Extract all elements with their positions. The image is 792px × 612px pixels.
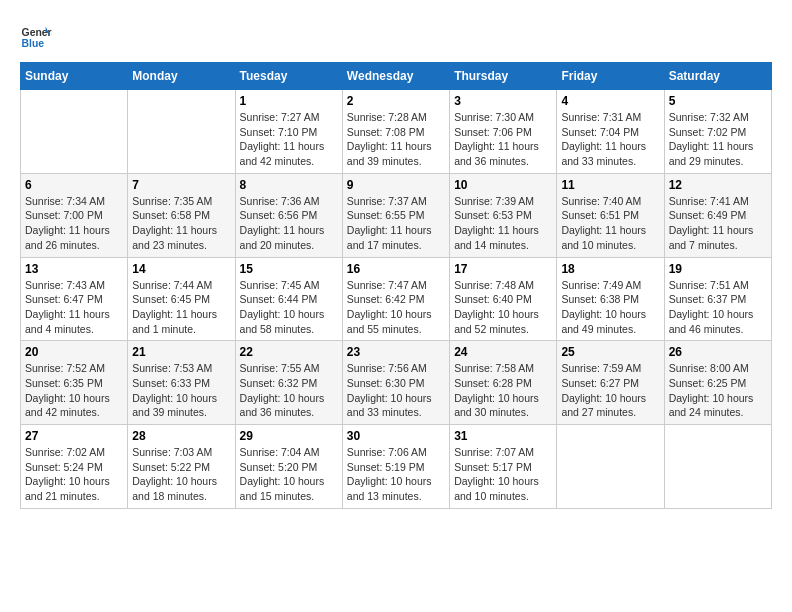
day-info: Sunrise: 7:41 AMSunset: 6:49 PMDaylight:… xyxy=(669,194,767,253)
day-info: Sunrise: 7:03 AMSunset: 5:22 PMDaylight:… xyxy=(132,445,230,504)
day-info: Sunrise: 7:06 AMSunset: 5:19 PMDaylight:… xyxy=(347,445,445,504)
day-number: 8 xyxy=(240,178,338,192)
calendar-day-cell xyxy=(128,90,235,174)
day-info: Sunrise: 7:32 AMSunset: 7:02 PMDaylight:… xyxy=(669,110,767,169)
day-info: Sunrise: 7:49 AMSunset: 6:38 PMDaylight:… xyxy=(561,278,659,337)
day-info: Sunrise: 7:39 AMSunset: 6:53 PMDaylight:… xyxy=(454,194,552,253)
calendar-day-cell: 6Sunrise: 7:34 AMSunset: 7:00 PMDaylight… xyxy=(21,173,128,257)
day-number: 16 xyxy=(347,262,445,276)
day-info: Sunrise: 7:51 AMSunset: 6:37 PMDaylight:… xyxy=(669,278,767,337)
column-header-sunday: Sunday xyxy=(21,63,128,90)
day-number: 12 xyxy=(669,178,767,192)
day-number: 11 xyxy=(561,178,659,192)
calendar-day-cell: 23Sunrise: 7:56 AMSunset: 6:30 PMDayligh… xyxy=(342,341,449,425)
calendar-table: SundayMondayTuesdayWednesdayThursdayFrid… xyxy=(20,62,772,509)
column-header-friday: Friday xyxy=(557,63,664,90)
day-number: 30 xyxy=(347,429,445,443)
calendar-day-cell xyxy=(21,90,128,174)
calendar-day-cell: 29Sunrise: 7:04 AMSunset: 5:20 PMDayligh… xyxy=(235,425,342,509)
day-number: 27 xyxy=(25,429,123,443)
day-number: 2 xyxy=(347,94,445,108)
calendar-day-cell: 30Sunrise: 7:06 AMSunset: 5:19 PMDayligh… xyxy=(342,425,449,509)
calendar-day-cell: 19Sunrise: 7:51 AMSunset: 6:37 PMDayligh… xyxy=(664,257,771,341)
calendar-day-cell: 14Sunrise: 7:44 AMSunset: 6:45 PMDayligh… xyxy=(128,257,235,341)
day-number: 29 xyxy=(240,429,338,443)
day-info: Sunrise: 7:31 AMSunset: 7:04 PMDaylight:… xyxy=(561,110,659,169)
day-info: Sunrise: 7:53 AMSunset: 6:33 PMDaylight:… xyxy=(132,361,230,420)
day-number: 18 xyxy=(561,262,659,276)
day-info: Sunrise: 7:04 AMSunset: 5:20 PMDaylight:… xyxy=(240,445,338,504)
day-number: 13 xyxy=(25,262,123,276)
day-info: Sunrise: 7:30 AMSunset: 7:06 PMDaylight:… xyxy=(454,110,552,169)
calendar-day-cell: 10Sunrise: 7:39 AMSunset: 6:53 PMDayligh… xyxy=(450,173,557,257)
day-number: 9 xyxy=(347,178,445,192)
calendar-day-cell: 17Sunrise: 7:48 AMSunset: 6:40 PMDayligh… xyxy=(450,257,557,341)
calendar-day-cell: 25Sunrise: 7:59 AMSunset: 6:27 PMDayligh… xyxy=(557,341,664,425)
day-info: Sunrise: 7:44 AMSunset: 6:45 PMDaylight:… xyxy=(132,278,230,337)
day-info: Sunrise: 7:56 AMSunset: 6:30 PMDaylight:… xyxy=(347,361,445,420)
calendar-day-cell: 13Sunrise: 7:43 AMSunset: 6:47 PMDayligh… xyxy=(21,257,128,341)
calendar-day-cell: 31Sunrise: 7:07 AMSunset: 5:17 PMDayligh… xyxy=(450,425,557,509)
column-header-thursday: Thursday xyxy=(450,63,557,90)
calendar-day-cell: 12Sunrise: 7:41 AMSunset: 6:49 PMDayligh… xyxy=(664,173,771,257)
day-number: 17 xyxy=(454,262,552,276)
calendar-day-cell: 4Sunrise: 7:31 AMSunset: 7:04 PMDaylight… xyxy=(557,90,664,174)
day-info: Sunrise: 8:00 AMSunset: 6:25 PMDaylight:… xyxy=(669,361,767,420)
day-number: 21 xyxy=(132,345,230,359)
calendar-day-cell: 21Sunrise: 7:53 AMSunset: 6:33 PMDayligh… xyxy=(128,341,235,425)
calendar-day-cell: 22Sunrise: 7:55 AMSunset: 6:32 PMDayligh… xyxy=(235,341,342,425)
calendar-day-cell: 3Sunrise: 7:30 AMSunset: 7:06 PMDaylight… xyxy=(450,90,557,174)
calendar-day-cell: 24Sunrise: 7:58 AMSunset: 6:28 PMDayligh… xyxy=(450,341,557,425)
calendar-day-cell: 8Sunrise: 7:36 AMSunset: 6:56 PMDaylight… xyxy=(235,173,342,257)
calendar-day-cell xyxy=(557,425,664,509)
day-number: 23 xyxy=(347,345,445,359)
calendar-day-cell: 11Sunrise: 7:40 AMSunset: 6:51 PMDayligh… xyxy=(557,173,664,257)
day-info: Sunrise: 7:02 AMSunset: 5:24 PMDaylight:… xyxy=(25,445,123,504)
day-number: 20 xyxy=(25,345,123,359)
day-number: 28 xyxy=(132,429,230,443)
calendar-day-cell: 7Sunrise: 7:35 AMSunset: 6:58 PMDaylight… xyxy=(128,173,235,257)
calendar-day-cell xyxy=(664,425,771,509)
logo: General Blue xyxy=(20,20,56,52)
day-number: 7 xyxy=(132,178,230,192)
column-header-wednesday: Wednesday xyxy=(342,63,449,90)
calendar-day-cell: 18Sunrise: 7:49 AMSunset: 6:38 PMDayligh… xyxy=(557,257,664,341)
column-header-tuesday: Tuesday xyxy=(235,63,342,90)
svg-text:Blue: Blue xyxy=(22,38,45,49)
calendar-day-cell: 9Sunrise: 7:37 AMSunset: 6:55 PMDaylight… xyxy=(342,173,449,257)
calendar-week-3: 13Sunrise: 7:43 AMSunset: 6:47 PMDayligh… xyxy=(21,257,772,341)
calendar-day-cell: 15Sunrise: 7:45 AMSunset: 6:44 PMDayligh… xyxy=(235,257,342,341)
day-number: 25 xyxy=(561,345,659,359)
day-info: Sunrise: 7:52 AMSunset: 6:35 PMDaylight:… xyxy=(25,361,123,420)
day-number: 19 xyxy=(669,262,767,276)
day-number: 24 xyxy=(454,345,552,359)
calendar-header-row: SundayMondayTuesdayWednesdayThursdayFrid… xyxy=(21,63,772,90)
page-header: General Blue xyxy=(20,20,772,52)
day-number: 1 xyxy=(240,94,338,108)
day-number: 22 xyxy=(240,345,338,359)
day-info: Sunrise: 7:37 AMSunset: 6:55 PMDaylight:… xyxy=(347,194,445,253)
column-header-saturday: Saturday xyxy=(664,63,771,90)
day-info: Sunrise: 7:45 AMSunset: 6:44 PMDaylight:… xyxy=(240,278,338,337)
day-number: 4 xyxy=(561,94,659,108)
day-info: Sunrise: 7:48 AMSunset: 6:40 PMDaylight:… xyxy=(454,278,552,337)
day-info: Sunrise: 7:43 AMSunset: 6:47 PMDaylight:… xyxy=(25,278,123,337)
calendar-day-cell: 1Sunrise: 7:27 AMSunset: 7:10 PMDaylight… xyxy=(235,90,342,174)
calendar-week-4: 20Sunrise: 7:52 AMSunset: 6:35 PMDayligh… xyxy=(21,341,772,425)
day-info: Sunrise: 7:35 AMSunset: 6:58 PMDaylight:… xyxy=(132,194,230,253)
calendar-week-2: 6Sunrise: 7:34 AMSunset: 7:00 PMDaylight… xyxy=(21,173,772,257)
day-info: Sunrise: 7:28 AMSunset: 7:08 PMDaylight:… xyxy=(347,110,445,169)
day-number: 31 xyxy=(454,429,552,443)
day-number: 10 xyxy=(454,178,552,192)
day-info: Sunrise: 7:55 AMSunset: 6:32 PMDaylight:… xyxy=(240,361,338,420)
day-number: 5 xyxy=(669,94,767,108)
day-info: Sunrise: 7:27 AMSunset: 7:10 PMDaylight:… xyxy=(240,110,338,169)
day-number: 15 xyxy=(240,262,338,276)
day-info: Sunrise: 7:40 AMSunset: 6:51 PMDaylight:… xyxy=(561,194,659,253)
day-number: 26 xyxy=(669,345,767,359)
logo-icon: General Blue xyxy=(20,20,52,52)
calendar-day-cell: 27Sunrise: 7:02 AMSunset: 5:24 PMDayligh… xyxy=(21,425,128,509)
day-info: Sunrise: 7:07 AMSunset: 5:17 PMDaylight:… xyxy=(454,445,552,504)
calendar-day-cell: 5Sunrise: 7:32 AMSunset: 7:02 PMDaylight… xyxy=(664,90,771,174)
day-number: 3 xyxy=(454,94,552,108)
